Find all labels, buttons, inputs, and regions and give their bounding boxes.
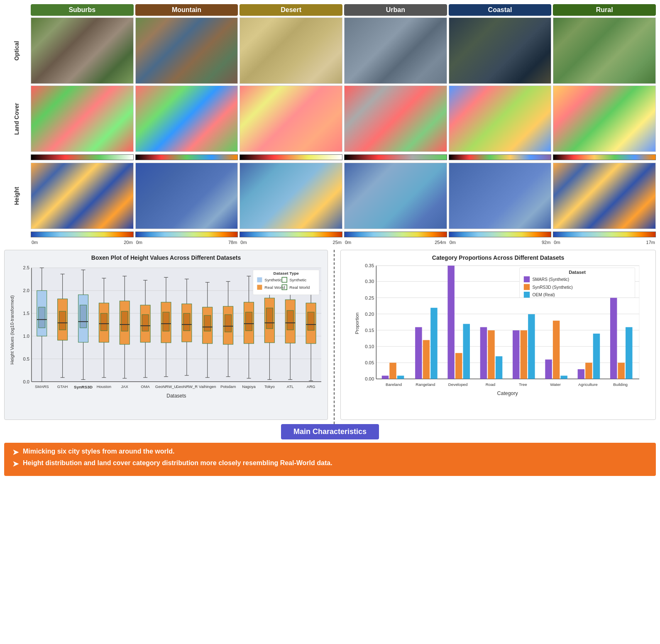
svg-rect-117 xyxy=(257,277,262,282)
barchart-title: Category Proportions Across Different Da… xyxy=(345,254,651,261)
svg-rect-171 xyxy=(618,363,624,379)
optical-img-urban xyxy=(344,17,447,84)
optical-img-suburbs xyxy=(31,17,134,84)
svg-text:GTAH: GTAH xyxy=(57,384,68,389)
svg-text:0.5: 0.5 xyxy=(23,356,29,361)
char-item-0: ➤ Mimicking six city styles from around … xyxy=(12,448,648,457)
svg-rect-168 xyxy=(593,334,600,379)
svg-rect-166 xyxy=(578,369,584,379)
optical-label: Optical xyxy=(4,20,29,82)
height-colorbar-rural xyxy=(553,232,656,237)
height-scale-coastal: 0m92m xyxy=(449,240,552,245)
svg-text:Real World: Real World xyxy=(289,285,310,290)
svg-rect-181 xyxy=(524,292,530,298)
col-header-mountain: Mountain xyxy=(135,4,238,16)
height-scale-desert: 0m25m xyxy=(240,240,342,245)
svg-text:0.15: 0.15 xyxy=(365,328,374,333)
svg-rect-22 xyxy=(59,311,66,330)
height-colorbars xyxy=(4,231,656,238)
svg-text:SynRS3D (Synthetic): SynRS3D (Synthetic) xyxy=(532,285,572,290)
svg-text:Building: Building xyxy=(613,382,628,387)
svg-rect-146 xyxy=(415,327,422,379)
col-header-suburbs: Suburbs xyxy=(31,4,134,16)
height-scale-labels: 0m20m 0m78m 0m25m 0m254m 0m92m 0m17m xyxy=(4,240,656,245)
svg-text:SMARS: SMARS xyxy=(35,384,49,389)
landcover-colorbars xyxy=(4,154,656,161)
svg-text:GeoNRW_U: GeoNRW_U xyxy=(155,384,177,389)
col-header-desert: Desert xyxy=(240,4,342,16)
top-section: Suburbs Mountain Desert Urban Coastal Ru… xyxy=(0,0,660,245)
landcover-img-rural xyxy=(553,85,656,152)
svg-text:1.5: 1.5 xyxy=(23,311,29,316)
svg-text:ATL: ATL xyxy=(287,384,294,389)
svg-text:Water: Water xyxy=(550,382,561,387)
svg-text:Nagoya: Nagoya xyxy=(242,384,256,389)
char-arrow-1: ➤ xyxy=(12,459,19,468)
colorbar-mountain xyxy=(135,154,238,160)
col-header-urban: Urban xyxy=(344,4,447,16)
svg-rect-151 xyxy=(455,353,462,379)
svg-rect-160 xyxy=(528,314,535,379)
svg-text:SynRS3D: SynRS3D xyxy=(74,385,93,389)
svg-rect-147 xyxy=(423,340,430,379)
colorbar-urban xyxy=(344,154,447,160)
svg-rect-59 xyxy=(183,313,190,331)
height-img-coastal xyxy=(449,163,552,229)
svg-text:Synthetic: Synthetic xyxy=(289,278,306,282)
col-header-rural: Rural xyxy=(553,4,656,16)
svg-text:2.5: 2.5 xyxy=(23,265,29,270)
landcover-img-mountain xyxy=(135,85,238,152)
svg-text:JAX: JAX xyxy=(121,384,129,389)
svg-rect-148 xyxy=(430,308,437,379)
svg-rect-150 xyxy=(447,266,454,379)
svg-rect-77 xyxy=(245,312,252,331)
height-scale-mountain: 0m78m xyxy=(135,240,238,245)
svg-text:0.05: 0.05 xyxy=(365,360,374,365)
bottom-section: Boxen Plot of Height Values Across Diffe… xyxy=(0,246,660,420)
svg-text:Tokyo: Tokyo xyxy=(264,384,275,389)
svg-text:ARG: ARG xyxy=(307,384,315,389)
landcover-label: Land Cover xyxy=(4,88,29,150)
svg-rect-41 xyxy=(121,311,128,331)
optical-row: Optical xyxy=(4,17,656,84)
svg-rect-159 xyxy=(521,330,527,379)
svg-rect-177 xyxy=(524,276,530,282)
svg-text:Tree: Tree xyxy=(519,382,527,387)
svg-rect-53 xyxy=(163,312,169,331)
barchart-container: Category Proportions Across Different Da… xyxy=(340,250,656,420)
svg-rect-154 xyxy=(480,327,487,379)
height-img-urban xyxy=(344,163,447,229)
optical-img-coastal xyxy=(449,17,552,84)
svg-text:Developed: Developed xyxy=(448,382,468,387)
characteristics-title-row: Main Characteristics xyxy=(4,424,656,439)
svg-rect-155 xyxy=(488,330,494,379)
svg-text:0.25: 0.25 xyxy=(365,295,374,300)
svg-rect-65 xyxy=(204,315,211,331)
height-scale-urban: 0m254m xyxy=(344,240,447,245)
svg-text:Rangeland: Rangeland xyxy=(416,382,435,387)
boxplot-container: Boxen Plot of Height Values Across Diffe… xyxy=(4,250,328,420)
svg-rect-119 xyxy=(257,285,262,290)
svg-text:0.0: 0.0 xyxy=(23,379,29,384)
height-label: Height xyxy=(4,165,29,227)
height-colorbar-mountain xyxy=(135,232,238,237)
svg-rect-162 xyxy=(545,359,552,379)
height-row: Height xyxy=(4,163,656,229)
chart-divider xyxy=(334,250,335,424)
landcover-img-desert xyxy=(240,85,342,152)
landcover-img-coastal xyxy=(449,85,552,152)
height-colorbar-desert xyxy=(240,232,342,237)
optical-img-desert xyxy=(240,17,342,84)
svg-text:Houston: Houston xyxy=(97,384,111,389)
characteristics-box: ➤ Mimicking six city styles from around … xyxy=(4,443,656,476)
svg-rect-172 xyxy=(626,327,632,379)
svg-rect-28 xyxy=(80,305,87,328)
svg-text:Synthetic: Synthetic xyxy=(264,278,281,282)
svg-rect-83 xyxy=(266,308,273,329)
bar-bareland-oem xyxy=(397,376,404,379)
svg-text:0.30: 0.30 xyxy=(365,279,374,284)
height-colorbar-coastal xyxy=(449,232,552,237)
landcover-row: Land Cover xyxy=(4,85,656,152)
colorbar-rural xyxy=(553,154,656,160)
svg-text:Proportion: Proportion xyxy=(354,312,359,334)
